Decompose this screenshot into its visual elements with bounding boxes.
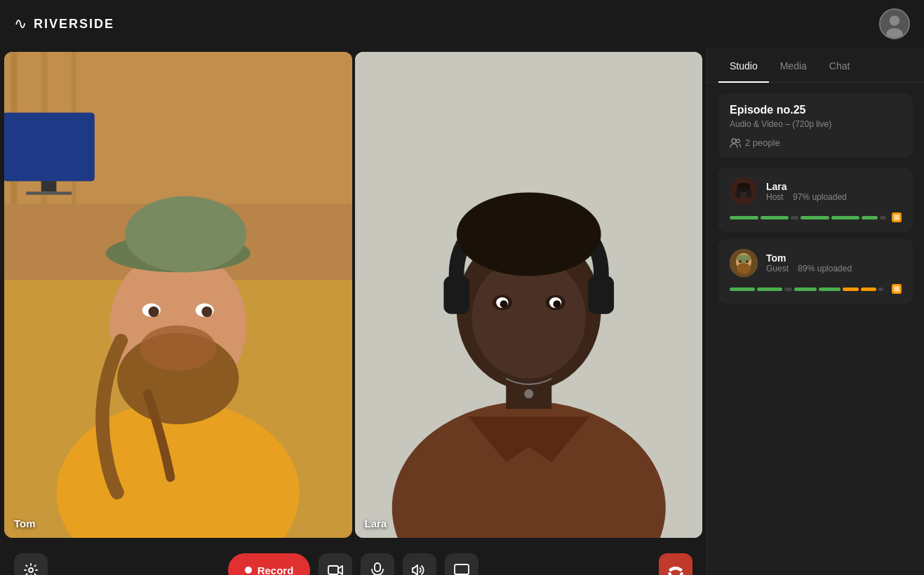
svg-point-61 [746,260,749,263]
video-grid: Tom [0,48,707,539]
seg7 [880,216,886,219]
lara-label: Lara [365,518,387,529]
tom-role: Guest [766,264,789,273]
seg2 [761,216,789,219]
people-count-label: 2 people [745,137,780,148]
toolbar-left [14,553,48,575]
sidebar: Studio Media Chat Episode no.25 Audio & … [707,48,924,575]
svg-point-20 [148,306,159,317]
lara-upload: 97% uploaded [793,192,847,202]
svg-point-39 [524,389,533,398]
tseg3 [784,288,792,291]
svg-rect-10 [4,113,95,182]
mic-button[interactable] [361,553,394,575]
record-label: Record [257,564,294,575]
record-dot [245,567,252,574]
tab-chat[interactable]: Chat [818,48,862,83]
svg-point-35 [553,300,561,308]
lara-info: Lara Host 97% uploaded [766,181,902,202]
svg-point-48 [732,139,736,143]
camera-button[interactable] [319,553,352,575]
tab-media[interactable]: Media [769,48,818,83]
svg-point-58 [737,263,751,274]
video-area: Tom [0,48,707,575]
svg-rect-42 [375,563,380,571]
tom-upload: 89% uploaded [798,264,852,273]
participant-card-tom: Tom Guest 89% uploaded [718,239,913,304]
tom-progress-segments [730,288,888,291]
tseg8 [878,288,883,291]
tseg2 [757,288,782,291]
video-tile-tom: Tom [4,52,352,538]
seg3 [791,216,798,219]
tseg4 [794,288,817,291]
episode-subtitle: Audio & Video – (720p live) [730,119,902,129]
lara-avatar [730,177,758,205]
participant-card-lara: Lara Host 97% uploaded [718,168,913,232]
svg-point-17 [140,325,216,371]
toolbar: Record [0,539,707,575]
tseg5 [819,288,841,291]
seg6 [862,216,878,219]
lara-header: Lara Host 97% uploaded [730,177,902,205]
svg-point-49 [737,139,740,142]
svg-rect-11 [41,181,57,191]
lara-progress [730,212,902,222]
svg-point-21 [201,306,212,317]
tom-progress [730,284,902,294]
svg-rect-12 [26,191,72,194]
svg-point-54 [735,189,741,198]
tom-role-upload: Guest 89% uploaded [766,264,902,273]
tom-progress-thumb [892,284,902,294]
tom-avatar [730,249,758,277]
seg5 [831,216,860,219]
svg-point-1 [890,15,900,26]
main-content: Tom [0,48,924,575]
app-name: RIVERSIDE [34,17,114,32]
lara-name: Lara [766,181,902,192]
svg-point-59 [737,255,751,263]
seg4 [801,216,829,219]
logo: ∿ RIVERSIDE [14,15,114,33]
end-call-button[interactable] [659,553,692,575]
tseg6 [843,288,859,291]
tom-label: Tom [14,518,36,529]
svg-rect-36 [443,276,469,314]
lara-role-upload: Host 97% uploaded [766,192,902,202]
svg-point-2 [886,28,903,39]
logo-icon: ∿ [14,15,27,33]
episode-title: Episode no.25 [730,104,902,116]
tseg1 [730,288,755,291]
people-count: 2 people [730,137,902,148]
svg-point-38 [456,192,601,276]
lara-role: Host [766,192,784,202]
svg-rect-55 [894,215,899,220]
toolbar-center: Record [228,553,479,575]
episode-card: Episode no.25 Audio & Video – (720p live… [718,94,913,158]
svg-rect-62 [894,286,899,292]
toolbar-right [659,553,692,575]
svg-rect-45 [455,564,469,574]
video-tile-lara: Lara [355,52,703,538]
sidebar-content: Episode no.25 Audio & Video – (720p live… [707,83,924,575]
speaker-button[interactable] [403,553,436,575]
svg-point-34 [500,300,507,308]
lara-progress-thumb [892,212,902,222]
tseg7 [861,288,877,291]
screen-share-button[interactable] [445,553,478,575]
record-button[interactable]: Record [228,553,311,575]
user-avatar[interactable] [879,8,910,39]
svg-rect-37 [588,276,614,314]
svg-point-60 [739,260,742,263]
header: ∿ RIVERSIDE [0,0,924,48]
tom-info: Tom Guest 89% uploaded [766,252,902,273]
svg-point-40 [29,568,33,572]
sidebar-tabs: Studio Media Chat [707,48,924,83]
tom-name: Tom [766,252,902,264]
tab-studio[interactable]: Studio [718,48,769,83]
svg-rect-41 [328,566,338,574]
settings-button[interactable] [14,553,48,575]
tom-header: Tom Guest 89% uploaded [730,249,902,277]
lara-progress-segments [730,216,888,219]
people-icon [730,138,741,148]
